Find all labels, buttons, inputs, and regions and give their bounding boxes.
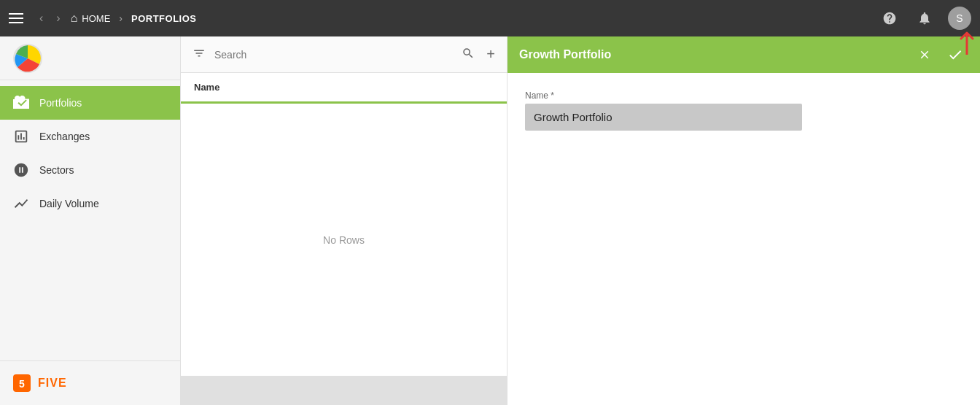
detail-panel: Growth Portfolio — [508, 36, 980, 405]
sidebar-logo — [0, 36, 180, 80]
add-button[interactable]: + — [483, 43, 498, 66]
detail-body: Name * — [508, 73, 980, 405]
home-label: HOME — [82, 13, 110, 24]
notifications-button[interactable] — [913, 7, 936, 30]
sidebar-item-daily-volume[interactable]: Daily Volume — [0, 187, 180, 220]
empty-rows-text: No Rows — [323, 234, 365, 246]
menu-button[interactable] — [9, 13, 23, 23]
name-field: Name * — [525, 90, 802, 131]
sidebar-item-sectors[interactable]: Sectors — [0, 153, 180, 187]
sidebar-navigation: Portfolios Exchanges Sectors — [0, 80, 180, 360]
list-toolbar: + — [181, 36, 507, 73]
sidebar-item-sectors-label: Sectors — [39, 164, 74, 176]
breadcrumb-chevron: › — [119, 12, 122, 24]
topbar: ‹ › ⌂ HOME › PORTFOLIOS S — [0, 0, 980, 36]
content-area: + Name No Rows Growth Portfolio — [181, 36, 980, 405]
search-button[interactable] — [459, 44, 478, 66]
help-button[interactable] — [878, 7, 901, 30]
column-name-label: Name — [194, 82, 219, 93]
detail-header: Growth Portfolio — [508, 36, 980, 73]
main-layout: Portfolios Exchanges Sectors — [0, 36, 980, 405]
topbar-right: S — [878, 7, 971, 30]
avatar[interactable]: S — [948, 7, 971, 30]
sidebar-item-portfolios-label: Portfolios — [39, 97, 82, 109]
portfolios-icon — [13, 95, 29, 111]
sidebar-footer: 5 FIVE — [0, 360, 180, 405]
home-link[interactable]: ⌂ HOME — [71, 12, 111, 25]
list-empty-state: No Rows — [181, 104, 507, 376]
sidebar: Portfolios Exchanges Sectors — [0, 36, 181, 405]
five-logo-icon: 5 — [12, 373, 32, 393]
sidebar-item-portfolios[interactable]: Portfolios — [0, 86, 180, 120]
sidebar-item-exchanges-label: Exchanges — [39, 131, 90, 142]
sectors-icon — [13, 162, 29, 178]
detail-title: Growth Portfolio — [519, 48, 611, 61]
exchanges-icon — [13, 128, 29, 144]
detail-confirm-button[interactable] — [942, 42, 968, 68]
back-button[interactable]: ‹ — [35, 9, 47, 28]
sidebar-item-daily-volume-label: Daily Volume — [39, 198, 99, 209]
filter-button[interactable] — [190, 44, 209, 66]
breadcrumb-nav: ‹ › — [35, 9, 65, 28]
list-column-header: Name — [181, 73, 507, 104]
breadcrumb-section: PORTFOLIOS — [131, 13, 197, 24]
five-brand-label: FIVE — [38, 377, 67, 390]
sidebar-item-exchanges[interactable]: Exchanges — [0, 120, 180, 153]
list-panel: + Name No Rows — [181, 36, 508, 405]
svg-text:5: 5 — [19, 378, 25, 390]
forward-button[interactable]: › — [52, 9, 64, 28]
name-field-label: Name * — [525, 90, 802, 101]
detail-close-button[interactable] — [913, 43, 936, 66]
name-field-input[interactable] — [525, 104, 802, 131]
app-logo — [12, 42, 44, 74]
detail-actions — [913, 42, 968, 68]
search-input[interactable] — [214, 49, 453, 61]
home-icon: ⌂ — [71, 12, 78, 25]
daily-volume-icon — [13, 196, 29, 212]
list-footer — [181, 376, 507, 405]
